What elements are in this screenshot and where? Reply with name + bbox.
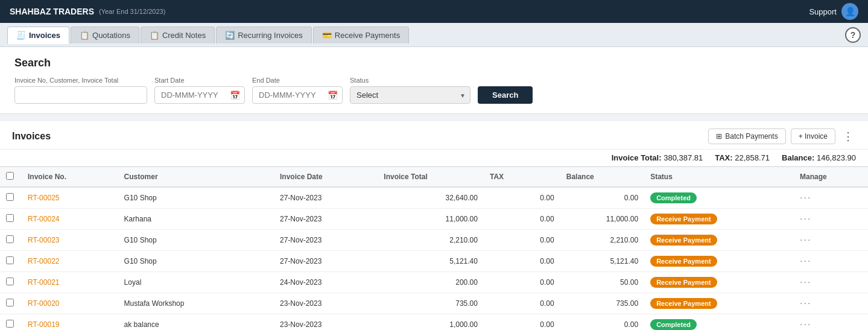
manage-dots-button[interactable]: ···: [800, 192, 811, 203]
row-total: 32,640.00: [378, 187, 484, 209]
manage-dots-button[interactable]: ···: [800, 277, 811, 287]
row-total: 11,000.00: [378, 209, 484, 230]
table-row: RT-00020 Mustafa Workshop 23-Nov-2023 73…: [0, 293, 868, 314]
table-row: RT-00019 ak balance 23-Nov-2023 1,000.00…: [0, 314, 868, 331]
row-checkbox-cell: [0, 251, 22, 272]
row-checkbox[interactable]: [6, 278, 14, 285]
row-tax: 0.00: [484, 209, 560, 230]
status-badge: Receive Payment: [650, 298, 717, 309]
row-checkbox[interactable]: [6, 299, 14, 306]
row-customer: Mustafa Workshop: [118, 293, 274, 314]
row-tax: 0.00: [484, 272, 560, 293]
invoice-link[interactable]: RT-00022: [28, 257, 59, 265]
row-checkbox-cell: [0, 230, 22, 251]
manage-dots-button[interactable]: ···: [800, 214, 811, 224]
row-checkbox-cell: [0, 187, 22, 209]
row-manage: ···: [794, 251, 868, 272]
invoice-link[interactable]: RT-00020: [28, 299, 59, 308]
table-row: RT-00024 Karhana 27-Nov-2023 11,000.00 0…: [0, 209, 868, 230]
user-avatar[interactable]: 👤: [841, 3, 858, 20]
recurring-invoices-tab-icon: 🔄: [225, 31, 235, 40]
search-button[interactable]: Search: [478, 86, 533, 104]
invoice-total-label-text: Invoice Total:: [612, 153, 662, 162]
status-badge: Receive Payment: [650, 235, 717, 246]
invoice-link[interactable]: RT-00019: [28, 320, 59, 329]
row-checkbox[interactable]: [6, 235, 14, 243]
row-date: 27-Nov-2023: [274, 187, 378, 209]
tax-label: TAX: 22,858.71: [715, 153, 770, 162]
tab-quotations[interactable]: 📋 Quotations: [71, 27, 139, 43]
invoices-actions: ⊞ Batch Payments + Invoice ⋮: [708, 129, 856, 144]
row-invoice-no: RT-00020: [22, 293, 118, 314]
row-checkbox[interactable]: [6, 256, 14, 264]
row-date: 23-Nov-2023: [274, 314, 378, 331]
more-options-button[interactable]: ⋮: [840, 130, 856, 143]
search-input[interactable]: [14, 86, 147, 104]
invoice-link[interactable]: RT-00024: [28, 215, 59, 223]
row-balance: 2,210.00: [560, 230, 644, 251]
invoice-link[interactable]: RT-00023: [28, 236, 59, 244]
row-customer: G10 Shop: [118, 187, 274, 209]
end-date-icon[interactable]: 📅: [328, 90, 338, 100]
header-invoice-total: Invoice Total: [378, 167, 484, 188]
row-date: 24-Nov-2023: [274, 272, 378, 293]
row-manage: ···: [794, 230, 868, 251]
status-badge: Receive Payment: [650, 214, 717, 224]
credit-notes-tab-label: Credit Notes: [162, 31, 206, 40]
tab-credit-notes[interactable]: 📋 Credit Notes: [141, 27, 215, 43]
tab-invoices[interactable]: 🧾 Invoices: [7, 27, 69, 44]
start-date-wrapper: 📅: [154, 86, 245, 104]
row-tax: 0.00: [484, 314, 560, 331]
invoice-total-value: 380,387.81: [664, 153, 703, 162]
row-checkbox[interactable]: [6, 193, 14, 201]
tab-receive-payments[interactable]: 💳 Receive Payments: [313, 27, 409, 43]
header-manage: Manage: [794, 167, 868, 188]
row-invoice-no: RT-00019: [22, 314, 118, 331]
manage-dots-button[interactable]: ···: [800, 298, 811, 308]
invoice-link[interactable]: RT-00021: [28, 278, 59, 287]
manage-dots-button[interactable]: ···: [800, 235, 811, 245]
row-tax: 0.00: [484, 251, 560, 272]
header-checkbox-col: [0, 167, 22, 188]
row-manage: ···: [794, 209, 868, 230]
invoice-table: Invoice No. Customer Invoice Date Invoic…: [0, 167, 868, 330]
row-checkbox[interactable]: [6, 320, 14, 328]
totals-row: Invoice Total: 380,387.81 TAX: 22,858.71…: [0, 150, 868, 167]
invoice-link[interactable]: RT-00025: [28, 194, 59, 202]
status-select-wrapper: Select Completed Receive Payment Voided …: [350, 86, 470, 104]
table-header-row: Invoice No. Customer Invoice Date Invoic…: [0, 167, 868, 188]
header-status: Status: [644, 167, 794, 188]
end-date-wrapper: 📅: [252, 86, 343, 104]
status-badge: Receive Payment: [650, 256, 717, 267]
status-badge: Receive Payment: [650, 277, 717, 288]
select-all-checkbox[interactable]: [6, 172, 14, 180]
recurring-invoices-tab-label: Recurring Invoices: [238, 31, 303, 40]
header-tax: TAX: [484, 167, 560, 188]
start-date-icon[interactable]: 📅: [230, 90, 240, 100]
receive-payments-tab-label: Receive Payments: [335, 31, 400, 40]
row-date: 27-Nov-2023: [274, 209, 378, 230]
support-link[interactable]: Support: [809, 7, 837, 16]
balance-label: Balance: 146,823.90: [782, 153, 856, 162]
add-invoice-button[interactable]: + Invoice: [791, 129, 835, 144]
row-checkbox[interactable]: [6, 214, 14, 222]
row-status: Completed: [644, 187, 794, 209]
row-checkbox-cell: [0, 293, 22, 314]
row-checkbox-cell: [0, 272, 22, 293]
status-select[interactable]: Select Completed Receive Payment Voided …: [350, 86, 470, 104]
receive-payments-tab-icon: 💳: [322, 31, 332, 40]
tab-recurring-invoices[interactable]: 🔄 Recurring Invoices: [216, 27, 312, 43]
manage-dots-button[interactable]: ···: [800, 256, 811, 266]
tax-label-text: TAX:: [715, 153, 732, 162]
batch-payments-button[interactable]: ⊞ Batch Payments: [708, 129, 785, 144]
row-status: Receive Payment: [644, 293, 794, 314]
manage-dots-button[interactable]: ···: [800, 319, 811, 329]
search-title: Search: [14, 57, 854, 69]
help-button[interactable]: ?: [845, 27, 861, 43]
invoices-tab-label: Invoices: [29, 31, 60, 40]
quotations-tab-icon: 📋: [80, 31, 89, 40]
row-status: Receive Payment: [644, 251, 794, 272]
header-invoice-date: Invoice Date: [274, 167, 378, 188]
status-label: Status: [350, 77, 470, 84]
row-total: 1,000.00: [378, 314, 484, 331]
